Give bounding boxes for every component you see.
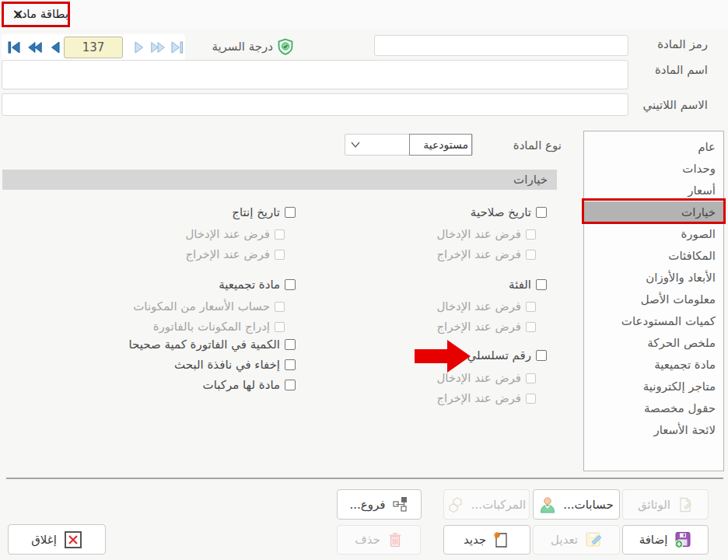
option-expiry-force-in: فرض عند الإدخال — [436, 227, 536, 241]
annotation-box-title — [2, 2, 70, 27]
add-button[interactable]: إضافة — [622, 525, 709, 555]
save-pencil-icon — [585, 531, 602, 548]
hexagons-icon — [447, 496, 464, 513]
option-category-force-out: فرض عند الإخراج — [436, 320, 536, 334]
material-type-select[interactable]: مستودعية — [345, 134, 473, 156]
previous-record-icon[interactable] — [47, 40, 64, 54]
option-insert-components-in-invoice: إدراج المكونات بالفاتورة — [153, 320, 285, 334]
sidebar-item-prices[interactable]: أسعار — [584, 180, 723, 201]
option-serial-number: رقم تسلسلي — [467, 348, 547, 362]
material-name-label: اسم المادة — [655, 63, 708, 77]
fast-previous-record-icon[interactable] — [26, 40, 44, 54]
sidebar-item-warehouse-quantities[interactable]: كميات المستودعات — [584, 310, 723, 332]
red-x-icon — [64, 530, 82, 549]
checkbox[interactable] — [526, 373, 536, 383]
material-type-label: نوع المادة — [513, 138, 562, 152]
sidebar-item-dimensions[interactable]: الأبعاد والأوزان — [584, 267, 723, 289]
sidebar-item-general[interactable]: عام — [584, 136, 723, 158]
material-type-value: مستودعية — [409, 134, 472, 156]
record-number-input[interactable] — [64, 37, 123, 58]
option-category: الفئة — [509, 278, 547, 292]
org-chart-icon — [392, 496, 408, 513]
option-serial-force-out: فرض عند الإخراج — [436, 391, 536, 405]
accounts-button[interactable]: حسابات... — [533, 489, 620, 520]
secrecy-level-label: درجة السرية — [212, 40, 273, 54]
option-expiry-force-out: فرض عند الإخراج — [436, 247, 536, 261]
checkbox[interactable] — [275, 302, 285, 312]
checkbox[interactable] — [285, 339, 296, 350]
option-calc-prices-from-components: حساب الأسعار من المكونات — [133, 299, 285, 313]
sidebar-item-units[interactable]: وحدات — [584, 158, 723, 180]
chevron-down-icon[interactable] — [350, 141, 361, 149]
checkbox[interactable] — [526, 394, 536, 404]
trash-icon — [387, 532, 403, 548]
option-production-date: تاريخ إنتاج — [232, 205, 296, 219]
branches-button[interactable]: فروع... — [337, 489, 422, 520]
sidebar-item-aggregate-material[interactable]: مادة تجميعية — [584, 354, 723, 376]
components-button[interactable]: المركبات... — [443, 489, 530, 520]
close-button[interactable]: إغلاق — [8, 524, 106, 555]
person-icon — [539, 496, 556, 513]
edit-button[interactable]: تعديل — [533, 525, 620, 555]
sidebar-item-asset-info[interactable]: معلومات الأصل — [584, 289, 723, 310]
option-has-compounds: مادة لها مركبات — [203, 378, 296, 392]
checkbox[interactable] — [526, 250, 536, 260]
document-icon — [677, 497, 693, 513]
material-name-input[interactable] — [2, 60, 628, 89]
latin-name-input[interactable] — [2, 93, 628, 116]
checkbox[interactable] — [526, 229, 536, 240]
latin-name-label: الاسم اللاتيني — [643, 98, 708, 112]
options-section-title: خيارات — [513, 170, 548, 190]
option-expiry-date: تاريخ صلاحية — [471, 205, 547, 219]
title-bar — [0, 0, 728, 30]
option-category-force-in: فرض عند الإدخال — [436, 299, 536, 313]
option-production-force-in: فرض عند الإدخال — [185, 227, 285, 241]
secrecy-level-control: درجة السرية — [212, 38, 294, 55]
checkbox[interactable] — [526, 302, 536, 312]
checkbox[interactable] — [536, 207, 547, 218]
checkbox[interactable] — [285, 359, 296, 370]
save-plus-icon — [674, 531, 691, 548]
checkbox[interactable] — [275, 229, 285, 240]
checkbox[interactable] — [285, 207, 296, 218]
checkbox[interactable] — [536, 279, 547, 290]
sidebar-item-online-stores[interactable]: متاجر إلكترونية — [584, 376, 723, 397]
fast-next-record-icon[interactable] — [149, 40, 166, 54]
new-page-icon — [493, 531, 510, 548]
sidebar-item-options[interactable]: خيارات — [584, 201, 723, 223]
option-serial-force-in: فرض عند الإدخال — [436, 371, 536, 385]
sidebar-item-equivalents[interactable]: المكافئات — [584, 245, 723, 267]
sidebar-item-image[interactable]: الصورة — [584, 223, 723, 245]
next-record-icon[interactable] — [131, 40, 148, 54]
footer-divider — [6, 478, 723, 479]
annotation-arrow — [415, 340, 471, 373]
checkbox[interactable] — [526, 322, 536, 332]
sidebar-item-movement-summary[interactable]: ملخص الحركة — [584, 332, 723, 354]
delete-button[interactable]: حذف — [337, 525, 421, 555]
sidebar-item-price-list[interactable]: لائحة الأسعار — [584, 419, 723, 441]
options-section-header: خيارات — [2, 170, 557, 190]
checkbox[interactable] — [285, 279, 296, 290]
last-record-icon[interactable] — [168, 40, 185, 54]
checkbox[interactable] — [275, 322, 285, 332]
option-integer-quantity: الكمية في الفاتورة كمية صحيحا — [128, 338, 296, 352]
checkbox[interactable] — [285, 380, 296, 390]
material-code-label: رمز المادة — [657, 37, 708, 51]
option-production-force-out: فرض عند الإخراج — [185, 247, 285, 261]
new-button[interactable]: جديد — [443, 525, 530, 555]
first-record-icon[interactable] — [6, 40, 23, 54]
checkbox[interactable] — [536, 350, 547, 361]
sidebar-item-custom-fields[interactable]: حقول مخصصة — [584, 397, 723, 419]
option-aggregate-material: مادة تجميعية — [219, 278, 296, 292]
option-hide-in-search: إخفاء في نافذة البحث — [174, 358, 296, 372]
shield-check-icon[interactable] — [277, 38, 294, 55]
material-card-dialog: بطاقة مادة ✕ — [0, 0, 728, 560]
sidebar-tabs: عام وحدات أسعار خيارات الصورة المكافئات … — [583, 131, 724, 471]
checkbox[interactable] — [275, 250, 285, 260]
material-code-input[interactable] — [374, 35, 628, 56]
documents-button[interactable]: الوثائق — [622, 489, 709, 520]
